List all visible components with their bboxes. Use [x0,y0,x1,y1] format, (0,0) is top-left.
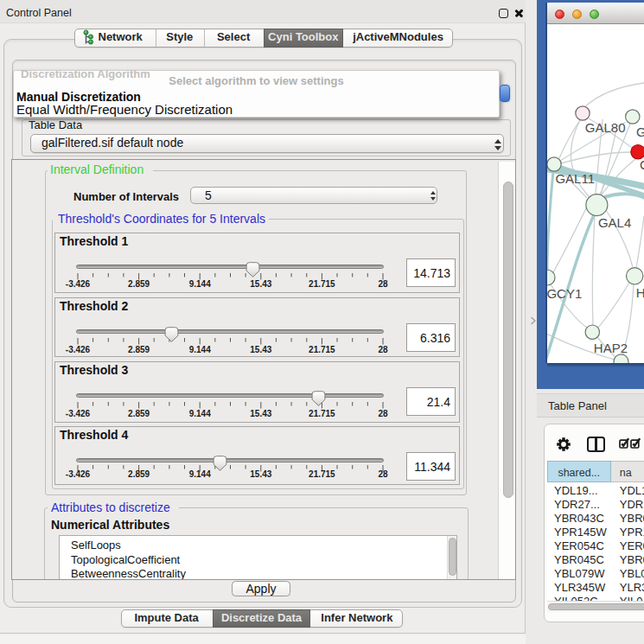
svg-text:C: C [640,157,644,172]
svg-text:GAL4: GAL4 [598,215,631,230]
svg-text:G.: G. [636,124,644,139]
svg-text:GAL80: GAL80 [585,120,626,135]
svg-text:HAP2: HAP2 [594,341,628,355]
svg-text:GCY1: GCY1 [547,286,582,301]
svg-text:GAL11: GAL11 [555,171,595,186]
svg-text:H: H [636,285,644,300]
